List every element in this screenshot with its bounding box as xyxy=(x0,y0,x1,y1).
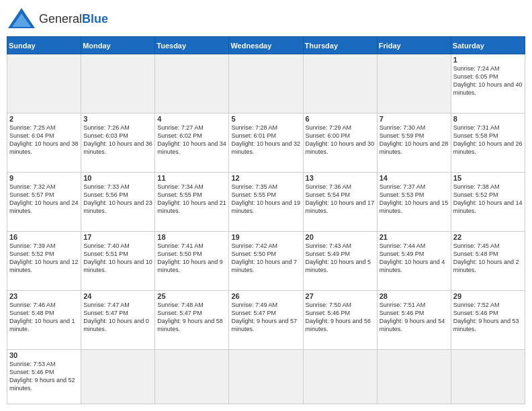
calendar-cell xyxy=(229,54,303,113)
calendar-cell: 24Sunrise: 7:47 AMSunset: 5:47 PMDayligh… xyxy=(81,290,155,349)
generalblue-logo-icon xyxy=(7,7,36,31)
calendar-cell: 1Sunrise: 7:24 AMSunset: 6:05 PMDaylight… xyxy=(451,54,525,113)
calendar-cell: 21Sunrise: 7:44 AMSunset: 5:49 PMDayligh… xyxy=(377,231,451,290)
header-tuesday: Tuesday xyxy=(155,37,229,54)
calendar-cell: 19Sunrise: 7:42 AMSunset: 5:50 PMDayligh… xyxy=(229,231,303,290)
week-row-1: 1Sunrise: 7:24 AMSunset: 6:05 PMDaylight… xyxy=(7,54,525,113)
header-monday: Monday xyxy=(81,37,155,54)
day-number: 5 xyxy=(231,115,300,123)
calendar-cell: 4Sunrise: 7:27 AMSunset: 6:02 PMDaylight… xyxy=(155,113,229,172)
calendar-cell xyxy=(303,54,377,113)
calendar-cell: 25Sunrise: 7:48 AMSunset: 5:47 PMDayligh… xyxy=(155,290,229,349)
day-number: 3 xyxy=(83,115,152,123)
day-info: Sunrise: 7:46 AMSunset: 5:48 PMDaylight:… xyxy=(9,301,79,334)
day-number: 16 xyxy=(9,233,79,241)
calendar-cell: 5Sunrise: 7:28 AMSunset: 6:01 PMDaylight… xyxy=(229,113,303,172)
calendar-cell: 17Sunrise: 7:40 AMSunset: 5:51 PMDayligh… xyxy=(81,231,155,290)
day-number: 23 xyxy=(9,292,79,300)
day-info: Sunrise: 7:52 AMSunset: 5:46 PMDaylight:… xyxy=(453,301,523,334)
header-sunday: Sunday xyxy=(7,37,81,54)
day-info: Sunrise: 7:40 AMSunset: 5:51 PMDaylight:… xyxy=(83,242,152,275)
calendar-cell: 2Sunrise: 7:25 AMSunset: 6:04 PMDaylight… xyxy=(7,113,81,172)
header-thursday: Thursday xyxy=(303,37,377,54)
day-number: 13 xyxy=(306,174,375,182)
day-info: Sunrise: 7:45 AMSunset: 5:48 PMDaylight:… xyxy=(453,242,523,275)
calendar-cell: 27Sunrise: 7:50 AMSunset: 5:46 PMDayligh… xyxy=(303,290,377,349)
day-number: 24 xyxy=(83,292,152,300)
day-number: 19 xyxy=(231,233,300,241)
header-wednesday: Wednesday xyxy=(229,37,303,54)
day-info: Sunrise: 7:38 AMSunset: 5:52 PMDaylight:… xyxy=(453,183,523,216)
day-number: 8 xyxy=(453,115,523,123)
calendar-cell: 16Sunrise: 7:39 AMSunset: 5:52 PMDayligh… xyxy=(7,231,81,290)
day-info: Sunrise: 7:32 AMSunset: 5:57 PMDaylight:… xyxy=(9,183,79,216)
day-number: 4 xyxy=(157,115,226,123)
day-number: 21 xyxy=(380,233,449,241)
header-saturday: Saturday xyxy=(451,37,525,54)
day-info: Sunrise: 7:43 AMSunset: 5:49 PMDaylight:… xyxy=(306,242,375,275)
day-info: Sunrise: 7:47 AMSunset: 5:47 PMDaylight:… xyxy=(83,301,152,334)
calendar-cell: 8Sunrise: 7:31 AMSunset: 5:58 PMDaylight… xyxy=(451,113,525,172)
day-number: 30 xyxy=(9,351,79,359)
calendar-cell: 6Sunrise: 7:29 AMSunset: 6:00 PMDaylight… xyxy=(303,113,377,172)
day-info: Sunrise: 7:41 AMSunset: 5:50 PMDaylight:… xyxy=(157,242,226,275)
day-info: Sunrise: 7:42 AMSunset: 5:50 PMDaylight:… xyxy=(231,242,300,275)
day-number: 1 xyxy=(453,56,523,64)
week-row-3: 9Sunrise: 7:32 AMSunset: 5:57 PMDaylight… xyxy=(7,172,525,231)
day-info: Sunrise: 7:37 AMSunset: 5:53 PMDaylight:… xyxy=(380,183,449,216)
day-number: 18 xyxy=(157,233,226,241)
calendar-cell: 3Sunrise: 7:26 AMSunset: 6:03 PMDaylight… xyxy=(81,113,155,172)
day-number: 17 xyxy=(83,233,152,241)
day-number: 25 xyxy=(157,292,226,300)
weekday-header-row: Sunday Monday Tuesday Wednesday Thursday… xyxy=(7,37,525,54)
logo-text: GeneralBlue xyxy=(39,12,108,26)
week-row-5: 23Sunrise: 7:46 AMSunset: 5:48 PMDayligh… xyxy=(7,290,525,349)
day-info: Sunrise: 7:48 AMSunset: 5:47 PMDaylight:… xyxy=(157,301,226,334)
day-number: 27 xyxy=(306,292,375,300)
calendar-cell: 22Sunrise: 7:45 AMSunset: 5:48 PMDayligh… xyxy=(451,231,525,290)
day-info: Sunrise: 7:53 AMSunset: 5:46 PMDaylight:… xyxy=(9,360,79,393)
calendar-cell: 9Sunrise: 7:32 AMSunset: 5:57 PMDaylight… xyxy=(7,172,81,231)
day-number: 29 xyxy=(453,292,523,300)
calendar-cell xyxy=(377,54,451,113)
calendar-cell: 13Sunrise: 7:36 AMSunset: 5:54 PMDayligh… xyxy=(303,172,377,231)
day-info: Sunrise: 7:35 AMSunset: 5:55 PMDaylight:… xyxy=(231,183,300,216)
day-number: 22 xyxy=(453,233,523,241)
calendar-cell: 26Sunrise: 7:49 AMSunset: 5:47 PMDayligh… xyxy=(229,290,303,349)
page: GeneralBlue Sunday Monday Tuesday Wednes… xyxy=(0,0,532,411)
calendar-cell xyxy=(451,349,525,404)
day-info: Sunrise: 7:25 AMSunset: 6:04 PMDaylight:… xyxy=(9,124,79,156)
calendar-cell xyxy=(229,349,303,404)
day-info: Sunrise: 7:39 AMSunset: 5:52 PMDaylight:… xyxy=(9,242,79,275)
day-number: 7 xyxy=(380,115,449,123)
calendar-cell: 29Sunrise: 7:52 AMSunset: 5:46 PMDayligh… xyxy=(451,290,525,349)
day-number: 20 xyxy=(306,233,375,241)
day-info: Sunrise: 7:44 AMSunset: 5:49 PMDaylight:… xyxy=(380,242,449,275)
day-info: Sunrise: 7:34 AMSunset: 5:55 PMDaylight:… xyxy=(157,183,226,216)
week-row-4: 16Sunrise: 7:39 AMSunset: 5:52 PMDayligh… xyxy=(7,231,525,290)
day-info: Sunrise: 7:30 AMSunset: 5:59 PMDaylight:… xyxy=(380,124,449,156)
day-number: 12 xyxy=(231,174,300,182)
calendar-cell xyxy=(81,349,155,404)
day-number: 11 xyxy=(157,174,226,182)
day-info: Sunrise: 7:28 AMSunset: 6:01 PMDaylight:… xyxy=(231,124,300,156)
calendar-cell: 10Sunrise: 7:33 AMSunset: 5:56 PMDayligh… xyxy=(81,172,155,231)
calendar-cell: 7Sunrise: 7:30 AMSunset: 5:59 PMDaylight… xyxy=(377,113,451,172)
calendar-cell: 18Sunrise: 7:41 AMSunset: 5:50 PMDayligh… xyxy=(155,231,229,290)
calendar: Sunday Monday Tuesday Wednesday Thursday… xyxy=(7,36,525,404)
logo: GeneralBlue xyxy=(7,7,108,31)
day-info: Sunrise: 7:33 AMSunset: 5:56 PMDaylight:… xyxy=(83,183,152,216)
day-number: 26 xyxy=(231,292,300,300)
day-number: 6 xyxy=(306,115,375,123)
calendar-cell xyxy=(377,349,451,404)
calendar-cell: 30Sunrise: 7:53 AMSunset: 5:46 PMDayligh… xyxy=(7,349,81,404)
calendar-cell xyxy=(155,54,229,113)
day-number: 15 xyxy=(453,174,523,182)
day-info: Sunrise: 7:51 AMSunset: 5:46 PMDaylight:… xyxy=(380,301,449,334)
day-info: Sunrise: 7:27 AMSunset: 6:02 PMDaylight:… xyxy=(157,124,226,156)
calendar-cell: 20Sunrise: 7:43 AMSunset: 5:49 PMDayligh… xyxy=(303,231,377,290)
calendar-cell: 28Sunrise: 7:51 AMSunset: 5:46 PMDayligh… xyxy=(377,290,451,349)
header: GeneralBlue xyxy=(7,7,525,31)
day-number: 9 xyxy=(9,174,79,182)
calendar-cell xyxy=(81,54,155,113)
